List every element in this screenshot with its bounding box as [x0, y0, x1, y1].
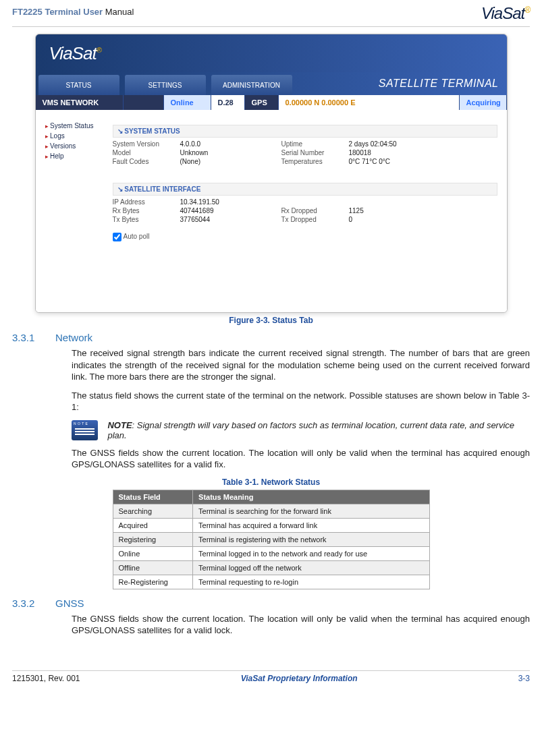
table-row: Re-RegisteringTerminal requesting to re-… [113, 575, 429, 589]
sidemenu-versions[interactable]: Versions [45, 142, 110, 150]
para-network-3: The GNSS fields show the current locatio… [72, 447, 530, 471]
tab-status[interactable]: STATUS [38, 75, 119, 95]
sb-gps-label: GPS [245, 95, 279, 110]
para-gnss: The GNSS fields show the current locatio… [72, 613, 530, 637]
doc-title-suffix: Manual [103, 7, 134, 17]
table-row: RegisteringTerminal is registering with … [113, 532, 429, 546]
sidemenu-logs[interactable]: Logs [45, 132, 110, 140]
para-network-1: The received signal strength bars indica… [72, 347, 530, 383]
note-block: NOTE: Signal strength will vary based on… [72, 420, 530, 440]
sb-online: Online [164, 95, 211, 110]
note-text: NOTE: Signal strength will vary based on… [107, 420, 530, 440]
panel-system-status-header[interactable]: SYSTEM STATUS [113, 125, 497, 138]
doc-title-prefix: FT2225 Terminal User [12, 7, 103, 17]
tab-settings[interactable]: SETTINGS [125, 75, 206, 95]
section-3-3-1: 3.3.1Network [12, 332, 530, 343]
figure-caption: Figure 3-3. Status Tab [12, 316, 530, 325]
sb-d28: D.28 [211, 95, 245, 110]
satellite-terminal-label: SATELLITE TERMINAL [295, 72, 507, 95]
auto-poll-row: Auto poll [113, 233, 497, 241]
page-footer: 1215301, Rev. 001 ViaSat Proprietary Inf… [12, 670, 530, 683]
sb-coords: 0.00000 N 0.00000 E [279, 95, 460, 110]
footer-right: 3-3 [518, 674, 530, 683]
app-logo: ViaSat® [49, 43, 101, 64]
footer-left: 1215301, Rev. 001 [12, 674, 80, 683]
section-3-3-2: 3.3.2GNSS [12, 598, 530, 609]
auto-poll-checkbox[interactable] [113, 233, 121, 241]
sidemenu-system-status[interactable]: System Status [45, 122, 110, 129]
table-row: SearchingTerminal is searching for the f… [113, 504, 429, 518]
th-status-field: Status Field [113, 490, 193, 504]
table-row: AcquiredTerminal has acquired a forward … [113, 518, 429, 532]
screenshot-frame: ViaSat® STATUS SETTINGS ADMINISTRATION S… [35, 34, 508, 313]
app-header-bar: ViaSat® [36, 34, 507, 72]
tab-administration[interactable]: ADMINISTRATION [211, 75, 292, 95]
doc-title: FT2225 Terminal User Manual [12, 7, 134, 17]
auto-poll-label: Auto poll [124, 233, 150, 240]
table-row: OfflineTerminal logged off the network [113, 560, 429, 575]
table-caption: Table 3-1. Network Status [12, 477, 530, 487]
th-status-meaning: Status Meaning [193, 490, 429, 504]
app-tab-row: STATUS SETTINGS ADMINISTRATION SATELLITE… [36, 72, 507, 95]
table-row: OnlineTerminal logged in to the network … [113, 546, 429, 560]
status-bar: VMS NETWORK Online D.28 GPS 0.00000 N 0.… [36, 95, 507, 110]
para-network-2: The status field shows the current state… [72, 390, 530, 413]
side-menu: System Status Logs Versions Help [36, 110, 110, 312]
sb-vms-network: VMS NETWORK [36, 95, 124, 110]
sidemenu-help[interactable]: Help [45, 152, 110, 160]
sb-acquiring: Acquiring [460, 95, 507, 110]
footer-mid: ViaSat Proprietary Information [241, 674, 358, 683]
viasat-logo: ViaSat® [481, 4, 530, 23]
note-icon [72, 420, 98, 440]
network-status-table: Status FieldStatus Meaning SearchingTerm… [113, 490, 430, 589]
panel-satellite-interface-header[interactable]: SATELLITE INTERFACE [113, 183, 497, 196]
